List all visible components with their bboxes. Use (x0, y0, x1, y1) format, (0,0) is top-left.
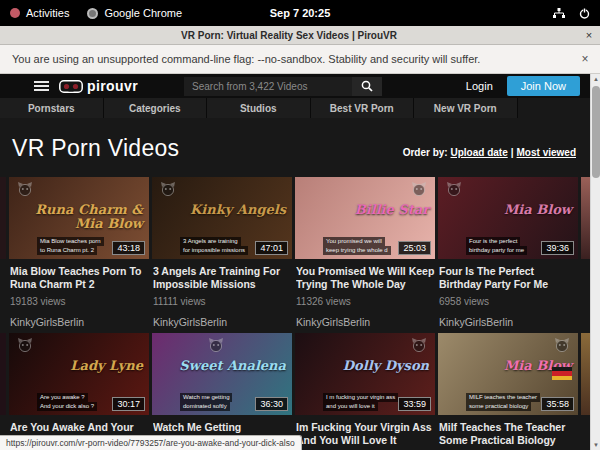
thumbnail-caption: Mia Blow teaches pornto Runa Charm pt. 2 (37, 237, 104, 255)
clock[interactable]: Sep 7 20:25 (270, 7, 331, 19)
page-viewport: pirouvr Login Join Now PornstarsCategori… (0, 74, 600, 450)
scroll-up-icon[interactable]: ▲ (591, 74, 600, 84)
video-card[interactable]: Kinky Angels 3 Angels are trainingfor im… (152, 177, 292, 328)
duration-badge: 35:58 (541, 397, 574, 411)
activities-label: Activities (26, 7, 69, 19)
order-link-most-viewed[interactable]: Most viewed (517, 147, 576, 158)
search-input[interactable] (184, 77, 352, 96)
thumbnail-model-name: Billie Star (295, 203, 429, 217)
video-card[interactable]: Lady Lyne Are you awake ?And your dick a… (9, 333, 149, 450)
video-card[interactable]: Dolly Dyson I m fucking your virgin assa… (295, 333, 435, 450)
video-card[interactable]: Mia Blow MILF teaches the teachersome pr… (438, 333, 578, 450)
scroll-down-icon[interactable]: ▼ (591, 440, 600, 450)
vr-goggles-icon (59, 80, 83, 93)
page-title: VR Porn Videos (12, 135, 179, 162)
order-by-label: Order by: (403, 147, 448, 158)
partial-thumbnail[interactable] (0, 177, 6, 259)
video-title[interactable]: You Promised We Will Keep Trying The Who… (296, 265, 435, 290)
chrome-icon (87, 8, 98, 19)
order-link-upload-date[interactable]: Upload date (450, 147, 507, 158)
thumbnail-caption: Are you awake ?And your dick also ? (37, 393, 97, 411)
partial-thumbnail[interactable] (0, 333, 6, 415)
site-navbar: pirouvr Login Join Now (0, 74, 590, 98)
warning-close-icon[interactable]: × (570, 52, 600, 66)
video-card[interactable]: Mia Blow Four is the perfectbirthday par… (438, 177, 578, 328)
video-title[interactable]: Milf Teaches The Teacher Some Practical … (439, 421, 578, 446)
thumbnail-caption: You promised we willkeep trying the whol… (323, 237, 391, 255)
warning-message: You are using an unsupported command-lin… (0, 53, 570, 65)
thumbnail-model-name: Sweet Analena (152, 359, 286, 373)
video-title[interactable]: Four Is The Perfect Birthday Party For M… (439, 265, 578, 290)
page-scrollbar[interactable]: ▲ ▼ (590, 74, 600, 450)
duration-badge: 33:59 (398, 397, 431, 411)
hamburger-menu-icon[interactable] (34, 81, 49, 91)
german-flag-icon (552, 367, 572, 380)
studio-watermark-icon (17, 338, 33, 352)
menu-item-studios[interactable]: Studios (207, 98, 311, 118)
partial-thumbnail[interactable] (581, 177, 590, 259)
video-title[interactable]: 3 Angels Are Training For Impossible Mis… (153, 265, 292, 290)
video-thumbnail[interactable]: Runa Charm & Mia Blow Mia Blow teaches p… (9, 177, 149, 259)
network-icon[interactable] (553, 8, 565, 19)
video-card[interactable]: Runa Charm & Mia Blow Mia Blow teaches p… (9, 177, 149, 328)
activities-button[interactable]: Activities (10, 7, 69, 19)
search-button[interactable] (352, 77, 382, 96)
studio-watermark-icon (554, 338, 570, 352)
chrome-warning-bar: You are using an unsupported command-lin… (0, 45, 600, 74)
thumbnail-caption: Watch me gettingdominated softly (180, 393, 232, 411)
studio-link[interactable]: KinkyGirlsBerlin (296, 316, 435, 328)
thumbnail-caption: 3 Angels are trainingfor impossible miss… (180, 237, 248, 255)
thumbnail-caption: Four is the perfectbirthday party for me (466, 237, 527, 255)
video-thumbnail[interactable]: Mia Blow MILF teaches the teachersome pr… (438, 333, 578, 415)
chrome-app-label: Google Chrome (104, 7, 182, 19)
search-bar (184, 77, 382, 96)
activities-icon (10, 8, 20, 18)
system-top-bar: Activities Google Chrome Sep 7 20:25 (0, 0, 600, 26)
menu-item-best-vr-porn[interactable]: Best VR Porn (311, 98, 415, 118)
video-card[interactable]: Sweet Analena Watch me gettingdominated … (152, 333, 292, 450)
status-url: https://pirouvr.com/vr-porn-video/779325… (6, 438, 295, 448)
video-thumbnail[interactable]: Lady Lyne Are you awake ?And your dick a… (9, 333, 149, 415)
site-logo[interactable]: pirouvr (59, 78, 138, 94)
search-icon (361, 80, 373, 92)
video-views: 6958 views (439, 296, 578, 307)
studio-link[interactable]: KinkyGirlsBerlin (153, 316, 292, 328)
menu-item-new-vr-porn[interactable]: New VR Porn (414, 98, 518, 118)
duration-badge: 25:03 (398, 241, 431, 255)
video-thumbnail[interactable]: Mia Blow Four is the perfectbirthday par… (438, 177, 578, 259)
power-icon[interactable] (579, 8, 590, 19)
thumbnail-model-name: Kinky Angels (152, 203, 286, 217)
studio-watermark-icon (17, 182, 33, 196)
duration-badge: 36:30 (255, 397, 288, 411)
status-url-bubble: https://pirouvr.com/vr-porn-video/779325… (0, 435, 302, 450)
video-title[interactable]: Mia Blow Teaches Porn To Runa Charm Pt 2 (10, 265, 149, 290)
partial-thumbnail[interactable] (581, 333, 590, 415)
video-thumbnail[interactable]: Dolly Dyson I m fucking your virgin assa… (295, 333, 435, 415)
join-now-button[interactable]: Join Now (507, 76, 580, 96)
studio-link[interactable]: KinkyGirlsBerlin (439, 316, 578, 328)
thumbnail-model-name: Lady Lyne (9, 359, 143, 373)
order-separator: | (511, 147, 514, 158)
studio-watermark-icon (208, 338, 224, 352)
scrollbar-thumb[interactable] (592, 86, 600, 178)
video-thumbnail[interactable]: Sweet Analena Watch me gettingdominated … (152, 333, 292, 415)
video-title[interactable]: Im Fucking Your Virgin Ass And You Will … (296, 421, 435, 446)
video-views: 19183 views (10, 296, 149, 307)
thumbnail-model-name: Mia Blow (438, 203, 572, 217)
window-title-bar: VR Porn: Virtual Reality Sex Videos | Pi… (0, 26, 600, 45)
video-views: 11111 views (153, 296, 292, 307)
menu-item-categories[interactable]: Categories (104, 98, 208, 118)
video-row-2: Lady Lyne Are you awake ?And your dick a… (0, 333, 590, 450)
window-close-icon[interactable]: × (578, 29, 600, 41)
studio-link[interactable]: KinkyGirlsBerlin (10, 316, 149, 328)
login-link[interactable]: Login (466, 80, 493, 92)
duration-badge: 39:36 (541, 241, 574, 255)
video-card[interactable]: Billie Star You promised we willkeep try… (295, 177, 435, 328)
page-heading-row: VR Porn Videos Order by: Upload date|Mos… (0, 118, 590, 177)
video-thumbnail[interactable]: Billie Star You promised we willkeep try… (295, 177, 435, 259)
chrome-app-menu[interactable]: Google Chrome (87, 7, 182, 19)
thumbnail-caption: MILF teaches the teachersome practical b… (466, 393, 540, 411)
menu-item-pornstars[interactable]: Pornstars (0, 98, 104, 118)
video-thumbnail[interactable]: Kinky Angels 3 Angels are trainingfor im… (152, 177, 292, 259)
studio-watermark-icon (411, 182, 427, 196)
